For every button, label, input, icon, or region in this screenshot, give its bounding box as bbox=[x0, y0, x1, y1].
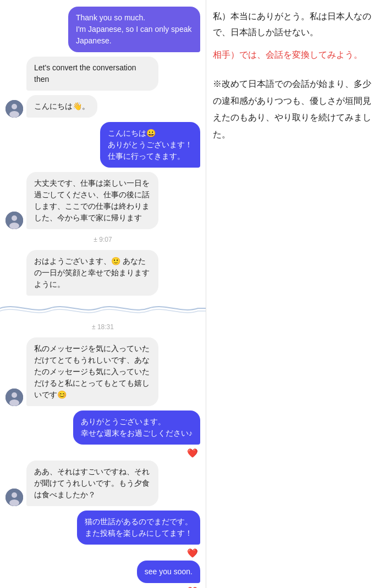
message-bubble: おはようございます、🙂 あなたの一日が笑顔と幸せで始まりますように。 bbox=[26, 250, 158, 296]
heart-emoji: ❤️ bbox=[0, 548, 198, 558]
message-bubble: こんにちは👋。 bbox=[26, 95, 97, 118]
message-row: おはようございます、🙂 あなたの一日が笑顔と幸せで始まりますように。 bbox=[6, 250, 200, 296]
message-row: ありがとうございます。幸せな週末をお過ごしください♪ bbox=[6, 411, 200, 445]
message-bubble: 私のメッセージを気に入っていただけてとてもうれしいです、あなたのメッセージも気に… bbox=[26, 337, 158, 406]
svg-point-11 bbox=[9, 500, 19, 506]
note-line2: 相手）では、会話を変換してみよう。 bbox=[213, 47, 378, 63]
svg-point-4 bbox=[12, 215, 17, 221]
note-panel: 私）本当にありがとう。私は日本人なので、日本語しか話せない。 相手）では、会話を… bbox=[206, 0, 385, 588]
message-row: Let's convert the conversation then bbox=[6, 57, 200, 91]
message-row: 猫の世話があるのでまだです。また投稿を楽しみにしてます！ bbox=[6, 511, 200, 545]
svg-point-8 bbox=[9, 400, 19, 406]
timestamp: ± 18:31 bbox=[0, 323, 206, 331]
message-row: こんにちは😀ありがとうございます！仕事に行ってきます。 bbox=[6, 122, 200, 168]
message-row: 大丈夫です、仕事は楽しい一日を過ごしてください、仕事の後に話します、ここでの仕事… bbox=[6, 172, 200, 229]
note-red-speaker: 相手）では、会話を変換してみよう。 bbox=[213, 50, 362, 59]
avatar bbox=[6, 212, 23, 229]
message-row: こんにちは👋。 bbox=[6, 95, 200, 118]
message-bubble: ありがとうございます。幸せな週末をお過ごしください♪ bbox=[73, 411, 200, 445]
message-row: see you soon. bbox=[6, 561, 200, 583]
message-bubble: ああ、それはすごいですね、それが聞けてうれしいです。もう夕食は食べましたか？ bbox=[26, 461, 158, 506]
timestamp: ± 9:07 bbox=[0, 236, 206, 243]
svg-point-7 bbox=[12, 392, 17, 398]
note-section2: ※改めて日本語での会話が始まり、多少の違和感がありつつも、優しさが垣間見えたのも… bbox=[213, 76, 378, 143]
message-bubble: 猫の世話があるのでまだです。また投稿を楽しみにしてます！ bbox=[77, 511, 200, 545]
message-row: Thank you so much.I'm Japanese, so I can… bbox=[6, 7, 200, 52]
note-line1: 私）本当にありがとう。私は日本人なので、日本語しか話せない。 bbox=[213, 9, 378, 41]
message-row: ああ、それはすごいですね、それが聞けてうれしいです。もう夕食は食べましたか？ bbox=[6, 461, 200, 506]
message-row: 私のメッセージを気に入っていただけてとてもうれしいです、あなたのメッセージも気に… bbox=[6, 337, 200, 406]
avatar bbox=[6, 489, 23, 506]
avatar bbox=[6, 100, 23, 118]
avatar bbox=[6, 389, 23, 406]
svg-point-5 bbox=[9, 223, 19, 229]
message-bubble: 大丈夫です、仕事は楽しい一日を過ごしてください、仕事の後に話します、ここでの仕事… bbox=[26, 172, 158, 229]
message-bubble: こんにちは😀ありがとうございます！仕事に行ってきます。 bbox=[100, 122, 200, 168]
heart-emoji: ❤️ bbox=[0, 448, 198, 458]
wave-divider bbox=[0, 300, 206, 317]
message-bubble: see you soon. bbox=[137, 561, 200, 583]
message-bubble: Thank you so much.I'm Japanese, so I can… bbox=[68, 7, 200, 52]
message-bubble: Let's convert the conversation then bbox=[26, 57, 158, 91]
svg-point-2 bbox=[9, 111, 19, 118]
chat-panel: Thank you so much.I'm Japanese, so I can… bbox=[0, 0, 206, 588]
svg-point-10 bbox=[12, 492, 17, 498]
svg-point-1 bbox=[12, 104, 17, 109]
